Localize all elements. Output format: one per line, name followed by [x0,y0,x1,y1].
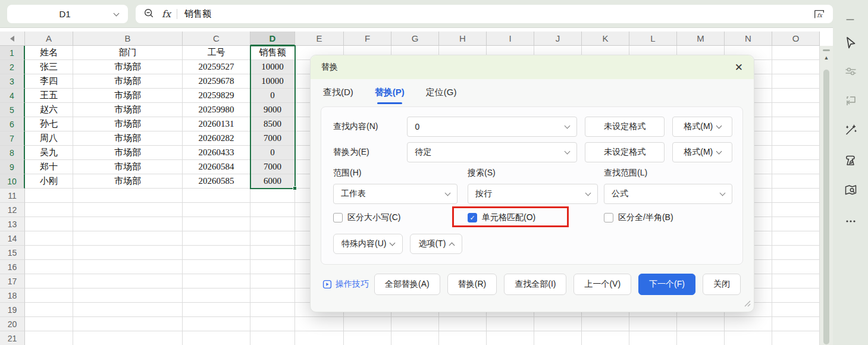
row-header-10[interactable]: 10 [0,174,25,189]
cell-L21[interactable] [629,331,677,345]
row-header-9[interactable]: 9 [0,160,25,174]
column-header-K[interactable]: K [582,32,629,46]
cell-C12[interactable] [183,203,250,217]
row-header-13[interactable]: 13 [0,217,25,231]
button-替换(R)[interactable]: 替换(R) [447,274,497,295]
button-上一个(V)[interactable]: 上一个(V) [574,274,631,295]
button-查找全部(I)[interactable]: 查找全部(I) [504,274,566,295]
cell-C14[interactable] [183,231,250,246]
cell-D2[interactable]: 10000 [250,60,295,74]
match-case-checkbox[interactable] [333,213,343,222]
cursor-icon[interactable] [844,36,858,50]
cell-A10[interactable]: 小刚 [25,174,73,189]
cell-B8[interactable]: 市场部 [73,146,183,160]
row-header-16[interactable]: 16 [0,260,25,274]
button-全部替换(A)[interactable]: 全部替换(A) [374,274,440,295]
cell-K21[interactable] [582,331,629,345]
dialog-titlebar[interactable]: 替换 ✕ [311,55,754,79]
zoom-out-icon[interactable] [143,7,155,21]
match-byte-checkbox[interactable] [604,213,613,222]
cell-H20[interactable] [439,317,487,331]
column-header-H[interactable]: H [439,32,487,46]
chevron-down-icon[interactable] [565,149,571,155]
cell-A14[interactable] [25,231,73,246]
cell-O6[interactable] [772,117,820,131]
cell-G20[interactable] [391,317,439,331]
cell-A16[interactable] [25,260,73,274]
cell-K20[interactable] [582,317,629,331]
cell-A12[interactable] [25,203,73,217]
cell-B3[interactable]: 市场部 [73,74,183,89]
column-header-C[interactable]: C [183,32,250,46]
cell-C21[interactable] [183,331,250,345]
row-header-5[interactable]: 5 [0,103,25,117]
row-header-18[interactable]: 18 [0,288,25,303]
row-header-12[interactable]: 12 [0,203,25,217]
column-header-G[interactable]: G [391,32,439,46]
cell-O19[interactable] [772,303,820,317]
row-header-14[interactable]: 14 [0,231,25,246]
find-format-button[interactable]: 格式(M) [672,117,732,137]
sliders-icon[interactable] [844,64,858,79]
cell-F20[interactable] [344,317,391,331]
row-header-7[interactable]: 7 [0,131,25,146]
cell-D11[interactable] [250,189,295,203]
cell-D18[interactable] [250,288,295,303]
cell-B11[interactable] [73,189,183,203]
replace-format-button[interactable]: 格式(M) [672,142,732,162]
cell-B10[interactable]: 市场部 [73,174,183,189]
chevron-down-icon[interactable] [720,190,726,196]
cell-A18[interactable] [25,288,73,303]
replace-format-status-button[interactable]: 未设定格式 [585,142,665,162]
row-header-6[interactable]: 6 [0,117,25,131]
cell-C9[interactable]: 20260584 [183,160,250,174]
cell-B9[interactable]: 市场部 [73,160,183,174]
cell-J20[interactable] [534,317,582,331]
cell-H21[interactable] [439,331,487,345]
cell-C4[interactable]: 20259829 [183,89,250,103]
cell-D5[interactable]: 9000 [250,103,295,117]
cell-B1[interactable]: 部门 [73,46,183,60]
cell-A1[interactable]: 姓名 [25,46,73,60]
cell-D16[interactable] [250,260,295,274]
cell-A20[interactable] [25,317,73,331]
cell-N21[interactable] [725,331,772,345]
cell-B2[interactable]: 市场部 [73,60,183,74]
row-header-20[interactable]: 20 [0,317,25,331]
column-header-B[interactable]: B [73,32,183,46]
cell-D6[interactable]: 8500 [250,117,295,131]
column-header-M[interactable]: M [677,32,725,46]
cell-B13[interactable] [73,217,183,231]
cell-C8[interactable]: 20260433 [183,146,250,160]
cell-O8[interactable] [772,146,820,160]
resize-handle-icon[interactable] [744,299,751,309]
row-header-17[interactable]: 17 [0,274,25,288]
cell-D17[interactable] [250,274,295,288]
cell-A2[interactable]: 张三 [25,60,73,74]
cell-D9[interactable]: 7000 [250,160,295,174]
cell-D13[interactable] [250,217,295,231]
column-header-F[interactable]: F [344,32,391,46]
cell-M20[interactable] [677,317,725,331]
minimize-icon[interactable] [844,13,858,27]
row-header-3[interactable]: 3 [0,74,25,89]
cell-C5[interactable]: 20259980 [183,103,250,117]
cell-A19[interactable] [25,303,73,317]
cell-C18[interactable] [183,288,250,303]
name-box[interactable]: D1 [7,5,128,23]
cell-A6[interactable]: 孙七 [25,117,73,131]
special-content-button[interactable]: 特殊内容(U) [333,234,403,254]
cell-D4[interactable]: 0 [250,89,295,103]
cell-D20[interactable] [250,317,295,331]
cell-A7[interactable]: 周八 [25,131,73,146]
column-header-I[interactable]: I [487,32,534,46]
cell-O12[interactable] [772,203,820,217]
insert-function-window-icon[interactable]: fx [813,8,826,21]
match-cell-option[interactable]: ✓ 单元格匹配(O) [468,212,598,224]
cell-B14[interactable] [73,231,183,246]
select-all-corner[interactable] [0,32,25,46]
scope-select[interactable]: 工作表 [333,184,457,204]
cell-O17[interactable] [772,274,820,288]
button-关闭[interactable]: 关闭 [703,274,741,295]
cell-A21[interactable] [25,331,73,345]
